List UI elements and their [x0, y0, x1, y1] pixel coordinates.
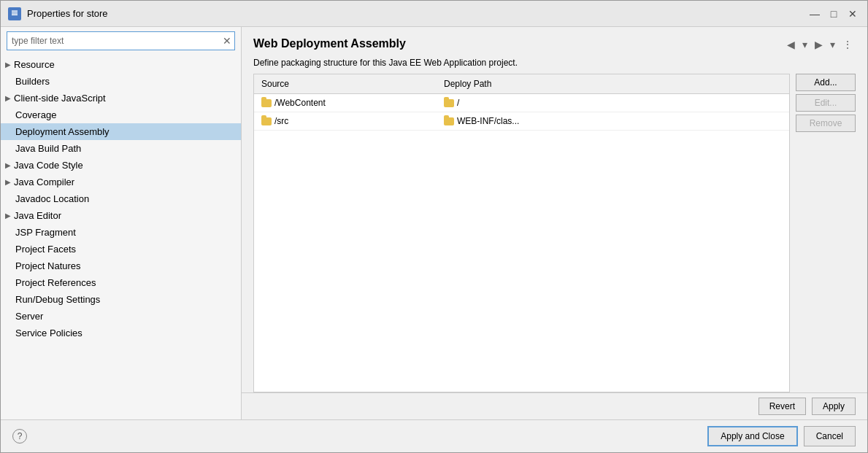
search-box[interactable]: ✕ — [7, 31, 235, 50]
sidebar-item-label: Coverage — [15, 109, 56, 120]
nav-menu-button[interactable]: ⋮ — [840, 37, 856, 52]
bottom-bar: Revert Apply — [242, 392, 867, 419]
table-row[interactable]: /src WEB-INF/clas... — [254, 112, 789, 131]
source-value: /src — [274, 116, 288, 126]
minimize-button[interactable]: — — [807, 7, 822, 21]
footer-bar: ? Apply and Close Cancel — [1, 419, 867, 452]
folder-icon — [261, 117, 272, 125]
sidebar-item-label: Builders — [15, 76, 50, 87]
sidebar-item-label: Java Compiler — [14, 177, 74, 187]
deploy-path-value: / — [457, 98, 459, 108]
source-cell: /WebContent — [254, 96, 437, 109]
deploy-path-column-header: Deploy Path — [437, 77, 789, 90]
sidebar-item-java-code-style[interactable]: ▶ Java Code Style — [1, 157, 241, 174]
chevron-right-icon: ▶ — [5, 61, 11, 69]
footer-right: Apply and Close Cancel — [707, 426, 856, 446]
revert-button[interactable]: Revert — [758, 398, 806, 415]
panel-title: Web Deployment Assembly — [253, 37, 406, 50]
panel-header: Web Deployment Assembly ◀ ▾ ▶ ▾ ⋮ — [242, 27, 867, 58]
cancel-button[interactable]: Cancel — [804, 426, 856, 446]
action-buttons: Add... Edit... Remove — [790, 74, 856, 392]
sidebar-item-run-debug-settings[interactable]: Run/Debug Settings — [1, 291, 241, 308]
title-bar-controls: — □ ✕ — [807, 7, 860, 21]
sidebar-item-label: Deployment Assembly — [15, 126, 110, 137]
sidebar-item-project-facets[interactable]: Project Facets — [1, 241, 241, 258]
sidebar-item-project-natures[interactable]: Project Natures — [1, 258, 241, 274]
panel-nav: ◀ ▾ ▶ ▾ ⋮ — [784, 37, 856, 52]
sidebar-item-project-references[interactable]: Project References — [1, 274, 241, 291]
nav-back-button[interactable]: ◀ — [784, 37, 798, 52]
apply-close-button[interactable]: Apply and Close — [707, 426, 797, 446]
sidebar-item-label: Project Natures — [15, 260, 81, 271]
folder-icon — [444, 117, 454, 125]
svg-rect-2 — [12, 14, 18, 15]
sidebar-item-label: Resource — [14, 59, 55, 70]
edit-button[interactable]: Edit... — [796, 94, 856, 112]
chevron-right-icon: ▶ — [5, 94, 11, 102]
chevron-right-icon: ▶ — [5, 212, 11, 220]
sidebar-item-server[interactable]: Server — [1, 308, 241, 325]
sidebar-item-java-editor[interactable]: ▶ Java Editor — [1, 207, 241, 224]
apply-button[interactable]: Apply — [812, 398, 856, 415]
sidebar-item-label: Run/Debug Settings — [15, 294, 100, 305]
sidebar-item-resource[interactable]: ▶ Resource — [1, 56, 241, 73]
chevron-right-icon: ▶ — [5, 161, 11, 169]
title-bar-left: Properties for store — [8, 7, 108, 20]
sidebar-item-label: Client-side JavaScript — [14, 93, 106, 104]
source-value: /WebContent — [274, 98, 326, 108]
right-panel: Web Deployment Assembly ◀ ▾ ▶ ▾ ⋮ Define… — [242, 27, 867, 419]
panel-description: Define packaging structure for this Java… — [242, 58, 867, 74]
table-header: Source Deploy Path — [254, 74, 789, 94]
svg-rect-1 — [12, 12, 18, 14]
sidebar-item-service-policies[interactable]: Service Policies — [1, 325, 241, 341]
sidebar: ✕ ▶ Resource Builders ▶ Client-side Java… — [1, 27, 242, 419]
sidebar-item-label: Project Facets — [15, 244, 76, 255]
title-bar: Properties for store — □ ✕ — [1, 1, 867, 27]
search-input[interactable] — [7, 34, 220, 47]
window-title: Properties for store — [27, 8, 108, 19]
add-button[interactable]: Add... — [796, 74, 856, 91]
sidebar-item-label: Java Editor — [14, 210, 61, 221]
sidebar-item-javadoc-location[interactable]: Javadoc Location — [1, 190, 241, 207]
nav-list: ▶ Resource Builders ▶ Client-side JavaSc… — [1, 55, 241, 419]
main-content: ✕ ▶ Resource Builders ▶ Client-side Java… — [1, 27, 867, 419]
nav-dropdown2-button[interactable]: ▾ — [827, 37, 838, 52]
sidebar-item-client-side-js[interactable]: ▶ Client-side JavaScript — [1, 90, 241, 107]
sidebar-item-jsp-fragment[interactable]: JSP Fragment — [1, 224, 241, 241]
nav-dropdown-button[interactable]: ▾ — [799, 37, 810, 52]
table-row[interactable]: /WebContent / — [254, 94, 789, 112]
folder-icon — [261, 99, 272, 107]
deploy-path-cell: WEB-INF/clas... — [437, 115, 789, 128]
sidebar-item-builders[interactable]: Builders — [1, 73, 241, 90]
help-button[interactable]: ? — [12, 429, 27, 444]
sidebar-item-java-compiler[interactable]: ▶ Java Compiler — [1, 174, 241, 190]
sidebar-item-java-build-path[interactable]: Java Build Path — [1, 140, 241, 157]
table-body: /WebContent / /src — [254, 94, 789, 392]
folder-icon — [444, 99, 454, 107]
app-icon — [8, 7, 21, 20]
sidebar-item-label: JSP Fragment — [15, 227, 76, 238]
chevron-right-icon: ▶ — [5, 178, 11, 186]
source-column-header: Source — [254, 77, 437, 90]
sidebar-item-label: Javadoc Location — [15, 193, 89, 204]
properties-dialog: Properties for store — □ ✕ ✕ ▶ Resource … — [0, 0, 868, 453]
sidebar-item-label: Java Code Style — [14, 160, 83, 171]
remove-button[interactable]: Remove — [796, 115, 856, 132]
sidebar-item-label: Project References — [15, 277, 96, 288]
deploy-path-cell: / — [437, 96, 789, 109]
search-clear-button[interactable]: ✕ — [220, 35, 234, 47]
sidebar-item-label: Java Build Path — [15, 143, 81, 154]
nav-forward-button[interactable]: ▶ — [812, 37, 826, 52]
sidebar-item-deployment-assembly[interactable]: Deployment Assembly — [1, 123, 241, 140]
sidebar-item-coverage[interactable]: Coverage — [1, 107, 241, 123]
footer-left: ? — [12, 429, 27, 444]
close-button[interactable]: ✕ — [845, 7, 860, 21]
maximize-button[interactable]: □ — [826, 7, 841, 21]
sidebar-item-label: Server — [15, 311, 43, 322]
sidebar-item-label: Service Policies — [15, 328, 82, 338]
deployment-table: Source Deploy Path /WebContent / — [253, 74, 790, 392]
source-cell: /src — [254, 115, 437, 128]
svg-rect-3 — [12, 10, 18, 12]
deploy-path-value: WEB-INF/clas... — [457, 116, 519, 126]
